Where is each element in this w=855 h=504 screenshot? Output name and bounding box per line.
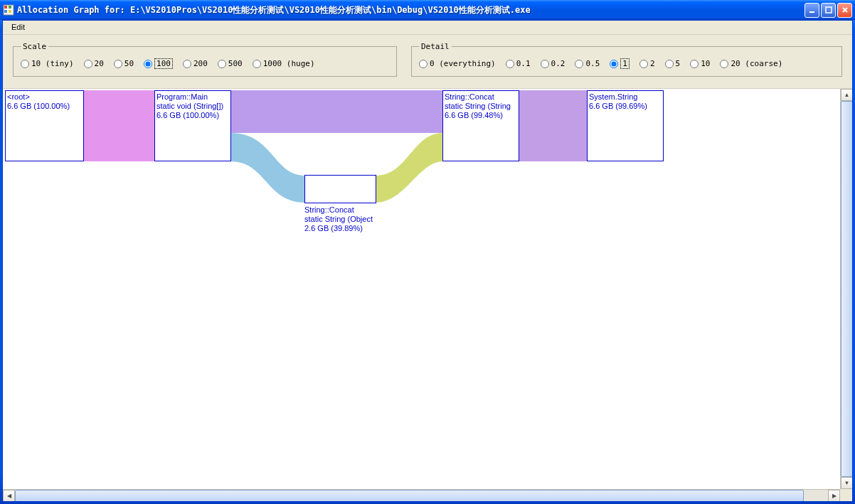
detail-radio-20[interactable] [720, 60, 728, 68]
detail-option-5[interactable]: 5 [665, 59, 681, 68]
scroll-right-button[interactable]: ▶ [828, 490, 840, 501]
window-controls [804, 3, 852, 18]
scale-label: 10 (tiny) [31, 59, 74, 68]
svg-rect-3 [4, 10, 7, 13]
node-main-stats: 6.6 GB (100.00%) [156, 111, 229, 120]
scale-label: 500 [228, 59, 243, 68]
vertical-scrollbar[interactable]: ▲ ▼ [840, 89, 852, 489]
detail-radio-group: 0 (everything)0.10.20.51251020 (coarse) [419, 55, 834, 69]
node-main-title: Program::Main [156, 92, 229, 102]
flow-root-main [84, 90, 155, 161]
menubar: Edit [3, 21, 852, 35]
node-concat-string[interactable]: String::Concat static String (String 6.6… [442, 90, 519, 161]
node-concat-object[interactable] [304, 175, 376, 203]
scale-option-100[interactable]: 100 [144, 58, 173, 69]
detail-option-0_1[interactable]: 0.1 [506, 59, 531, 68]
detail-option-10[interactable]: 10 [690, 59, 710, 68]
menu-edit[interactable]: Edit [7, 22, 29, 32]
detail-fieldset: Detail 0 (everything)0.10.20.51251020 (c… [411, 42, 842, 77]
detail-radio-0_1[interactable] [506, 60, 514, 68]
scale-radio-1000[interactable] [253, 60, 261, 68]
scale-radio-100[interactable] [144, 60, 152, 68]
node-concat-str-title: String::Concat [445, 92, 517, 102]
svg-rect-6 [826, 7, 832, 13]
node-concat-str-sig: static String (String [445, 102, 517, 111]
node-root-title: <root> [7, 92, 82, 102]
scale-radio-10[interactable] [21, 60, 29, 68]
detail-option-1[interactable]: 1 [610, 58, 630, 69]
scroll-down-button[interactable]: ▼ [841, 477, 852, 489]
node-root[interactable]: <root> 6.6 GB (100.00%) [5, 90, 84, 161]
node-concat-object-label: String::Concat static String (Object 2.6… [304, 205, 390, 233]
flow-main-obj [230, 133, 305, 203]
scale-radio-20[interactable] [84, 60, 92, 68]
scale-option-500[interactable]: 500 [218, 59, 243, 68]
svg-rect-5 [809, 11, 814, 13]
close-button[interactable] [837, 3, 852, 18]
maximize-button[interactable] [821, 3, 836, 18]
detail-label: 10 [701, 59, 710, 68]
scale-radio-group: 10 (tiny)20501002005001000 (huge) [21, 55, 389, 69]
scale-label: 100 [154, 58, 173, 69]
flow-main-concat [230, 90, 443, 133]
node-concat-str-stats: 6.6 GB (99.48%) [445, 111, 517, 120]
scale-option-1000[interactable]: 1000 (huge) [253, 59, 315, 68]
horizontal-scrollbar[interactable]: ◀ ▶ [3, 489, 840, 501]
options-row: Scale 10 (tiny)20501002005001000 (huge) … [3, 35, 852, 88]
scale-option-20[interactable]: 20 [84, 59, 104, 68]
node-main-sig: static void (String[]) [156, 102, 229, 111]
app-icon [3, 4, 14, 16]
vscroll-thumb[interactable] [841, 101, 852, 477]
app-window: Allocation Graph for: E:\VS2010Pros\VS20… [0, 0, 855, 504]
titlebar[interactable]: Allocation Graph for: E:\VS2010Pros\VS20… [0, 0, 855, 20]
detail-label: 0.2 [551, 59, 565, 68]
svg-rect-2 [9, 6, 11, 9]
detail-label: 20 (coarse) [731, 59, 782, 68]
detail-legend: Detail [419, 42, 452, 51]
graph-canvas-wrap: <root> 6.6 GB (100.00%) Program::Main st… [3, 88, 852, 501]
flow-obj-concat [376, 133, 443, 203]
scale-radio-500[interactable] [218, 60, 226, 68]
detail-option-0_5[interactable]: 0.5 [575, 59, 600, 68]
detail-label: 0.5 [585, 59, 600, 68]
hscroll-thumb[interactable] [15, 490, 804, 501]
minimize-button[interactable] [804, 3, 819, 18]
detail-radio-2[interactable] [639, 60, 648, 68]
client-area: Edit Scale 10 (tiny)20501002005001000 (h… [2, 20, 853, 502]
detail-option-0_2[interactable]: 0.2 [541, 59, 565, 68]
detail-radio-5[interactable] [665, 60, 674, 68]
scale-radio-50[interactable] [114, 60, 122, 68]
detail-label: 5 [676, 59, 681, 68]
detail-radio-0_5[interactable] [575, 60, 583, 68]
svg-rect-4 [9, 10, 11, 13]
scale-option-10[interactable]: 10 (tiny) [21, 59, 74, 68]
svg-rect-1 [4, 6, 7, 9]
node-sys-str-title: System.String [589, 92, 662, 102]
flow-concat-sys [519, 90, 588, 161]
scale-label: 50 [124, 59, 134, 68]
graph-canvas[interactable]: <root> 6.6 GB (100.00%) Program::Main st… [3, 89, 840, 489]
scale-radio-200[interactable] [183, 60, 191, 68]
detail-label: 0.1 [516, 59, 531, 68]
scroll-corner [840, 489, 852, 501]
detail-radio-10[interactable] [690, 60, 699, 68]
node-main[interactable]: Program::Main static void (String[]) 6.6… [154, 90, 231, 161]
scale-option-50[interactable]: 50 [114, 59, 134, 68]
detail-label: 2 [650, 59, 655, 68]
detail-option-2[interactable]: 2 [639, 59, 655, 68]
scroll-up-button[interactable]: ▲ [841, 89, 852, 101]
scale-label: 1000 (huge) [263, 59, 315, 68]
scale-legend: Scale [21, 42, 48, 51]
scroll-left-button[interactable]: ◀ [3, 490, 15, 501]
detail-option-0[interactable]: 0 (everything) [419, 59, 496, 68]
scale-label: 20 [95, 59, 104, 68]
detail-radio-0[interactable] [419, 60, 428, 68]
detail-radio-0_2[interactable] [541, 60, 549, 68]
scale-option-200[interactable]: 200 [183, 59, 208, 68]
detail-radio-1[interactable] [610, 60, 618, 68]
node-system-string[interactable]: System.String 6.6 GB (99.69%) [587, 90, 664, 161]
scale-label: 200 [193, 59, 208, 68]
window-title: Allocation Graph for: E:\VS2010Pros\VS20… [17, 4, 804, 16]
detail-option-20[interactable]: 20 (coarse) [720, 59, 782, 68]
detail-label: 1 [620, 58, 630, 69]
